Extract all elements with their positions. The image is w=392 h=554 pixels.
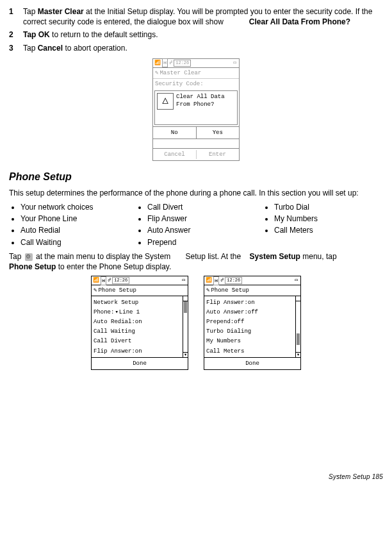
menu-item[interactable]: Auto Redial:on xyxy=(94,317,181,327)
menu-item[interactable]: My Numbers xyxy=(206,337,294,346)
roam-icon xyxy=(169,60,172,67)
pen-icon xyxy=(155,69,159,77)
clock: 12:26 xyxy=(174,60,191,67)
menu-item[interactable]: Phone:Line 1 xyxy=(94,308,181,317)
list-item: Turbo Dial xyxy=(274,202,383,212)
list-item: My Numbers xyxy=(274,214,383,224)
clock: 12:26 xyxy=(112,277,129,284)
pen-icon xyxy=(206,287,211,294)
step-text: Tap OK to return to the default settings… xyxy=(23,29,383,40)
section-intro: This setup determines the performance of… xyxy=(9,188,383,198)
done-softkey[interactable]: Done xyxy=(92,358,188,369)
tap-instruction: Tap at the main menu to display the Syst… xyxy=(9,251,383,272)
page-footer: System Setup 185 xyxy=(9,473,383,482)
signal-icon xyxy=(93,277,99,284)
scroll-down-icon[interactable]: ▼ xyxy=(183,352,188,357)
warning-icon: △ xyxy=(157,93,174,110)
step-number: 1 xyxy=(9,6,23,27)
menu-item[interactable]: Call Divert xyxy=(94,337,181,346)
screen-title: Phone Setup xyxy=(92,285,188,296)
mail-icon xyxy=(213,276,219,285)
menu-item[interactable]: Prepend:off xyxy=(206,317,294,327)
list-item: Auto Redial xyxy=(20,225,129,235)
clock: 12:26 xyxy=(225,277,242,284)
status-bar: 12:26 xyxy=(204,276,300,285)
step-text: Tap Cancel to abort operation. xyxy=(23,43,383,53)
list-item: Flip Answer xyxy=(147,214,256,224)
step-list: 1 Tap Master Clear at the Initial Setup … xyxy=(9,6,383,53)
list-item: Auto Answer xyxy=(147,225,256,235)
battery-icon xyxy=(182,277,185,284)
menu-item[interactable]: Network Setup xyxy=(94,298,181,307)
battery-icon xyxy=(295,277,298,284)
battery-icon xyxy=(233,60,236,67)
yes-button[interactable]: Yes xyxy=(196,127,240,138)
pen-icon xyxy=(94,287,98,294)
list-item: Call Divert xyxy=(147,202,256,212)
scroll-down-icon[interactable]: ▼ xyxy=(296,352,300,357)
menu-item[interactable]: Turbo Dialing xyxy=(206,327,294,337)
step-number: 2 xyxy=(9,29,23,40)
section-heading: Phone Setup xyxy=(9,170,383,184)
menu-item[interactable]: Flip Answer:on xyxy=(206,298,294,307)
list-item: Your network choices xyxy=(20,202,129,212)
done-softkey[interactable]: Done xyxy=(204,358,300,369)
scrollbar[interactable]: ▲ ▼ xyxy=(295,296,300,357)
phone-setup-screen-left: 12:26 Phone Setup Network Setup Phone:Li… xyxy=(91,276,188,370)
setup-icon xyxy=(25,253,33,261)
roam-icon xyxy=(220,277,224,284)
confirm-box: △ Clear All Data From Phone? xyxy=(154,90,238,125)
scroll-thumb[interactable] xyxy=(184,301,187,313)
status-bar: 12:26 xyxy=(153,59,239,68)
menu-item[interactable]: Auto Answer:off xyxy=(206,308,294,317)
security-code-label: Security Code: xyxy=(153,79,239,89)
menu-item[interactable]: Call Meters xyxy=(206,346,294,356)
dropdown-icon xyxy=(114,309,118,315)
phone-setup-screen-right: 12:26 Phone Setup Flip Answer:on Auto An… xyxy=(204,276,301,370)
status-bar: 12:26 xyxy=(92,276,188,285)
step-text: Tap Master Clear at the Initial Setup di… xyxy=(23,6,383,27)
cancel-softkey[interactable]: Cancel xyxy=(153,149,196,160)
step-number: 3 xyxy=(9,43,23,53)
dialog-title: Master Clear xyxy=(153,68,239,79)
list-item: Your Phone Line xyxy=(20,214,129,224)
screen-title: Phone Setup xyxy=(204,285,300,296)
menu-item[interactable]: Call Waiting xyxy=(94,327,181,337)
scroll-up-icon[interactable]: ▲ xyxy=(296,296,300,301)
feature-bullets: Your network choices Your Phone Line Aut… xyxy=(9,201,383,249)
signal-icon xyxy=(154,60,161,67)
list-item: Prepend xyxy=(147,237,256,248)
scrollbar[interactable]: ▲ ▼ xyxy=(183,296,188,357)
mail-icon xyxy=(162,58,168,67)
enter-softkey[interactable]: Enter xyxy=(196,149,239,160)
mail-icon xyxy=(101,276,106,285)
master-clear-dialog: 12:26 Master Clear Security Code: △ Clea… xyxy=(152,58,240,162)
scroll-up-icon[interactable]: ▲ xyxy=(183,296,188,301)
list-item: Call Waiting xyxy=(20,237,129,248)
no-button[interactable]: No xyxy=(153,127,196,138)
signal-icon xyxy=(206,277,212,284)
menu-item[interactable]: Flip Answer:on xyxy=(94,346,181,356)
scroll-thumb[interactable] xyxy=(297,333,300,345)
list-item: Call Meters xyxy=(274,225,383,235)
roam-icon xyxy=(108,277,111,284)
